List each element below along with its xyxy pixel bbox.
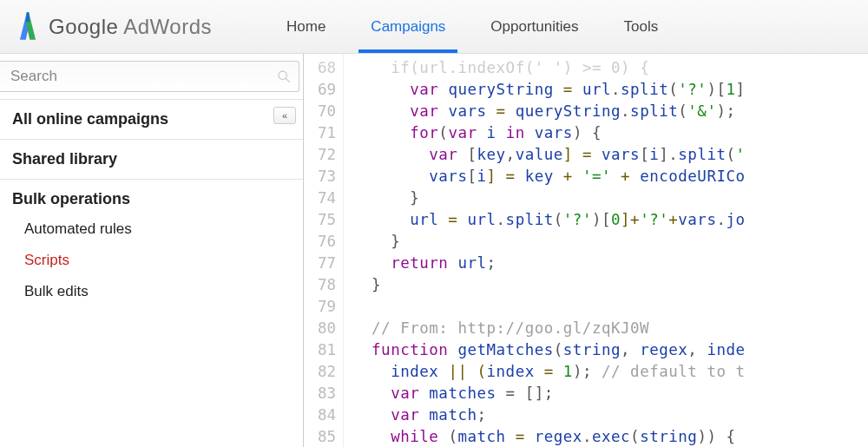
nav-item-campaigns[interactable]: Campaigns xyxy=(348,0,468,53)
code-line[interactable]: } xyxy=(352,274,868,296)
code-line[interactable]: for(var i in vars) { xyxy=(352,122,868,144)
line-number: 82 xyxy=(304,361,336,383)
nav-item-opportunities[interactable]: Opportunities xyxy=(468,0,601,53)
line-number: 78 xyxy=(304,274,336,296)
sidebar-item-automated-rules[interactable]: Automated rules xyxy=(24,214,291,245)
line-number: 73 xyxy=(304,166,336,187)
line-number-gutter: 686970717273747576777879808182838485 xyxy=(304,54,344,447)
line-number: 81 xyxy=(304,339,336,361)
line-number: 83 xyxy=(304,383,336,404)
search-wrap xyxy=(0,54,303,100)
line-number: 77 xyxy=(304,253,336,274)
code-line[interactable]: } xyxy=(352,187,868,209)
code-line[interactable]: } xyxy=(352,231,868,253)
code-line[interactable]: index || (index = 1); // default to t xyxy=(352,361,868,383)
nav-item-home[interactable]: Home xyxy=(264,0,348,53)
top-header: Google AdWords HomeCampaignsOpportunitie… xyxy=(0,0,868,54)
code-line[interactable]: return url; xyxy=(352,253,868,274)
line-number: 70 xyxy=(304,101,336,122)
adwords-logo-icon xyxy=(16,12,40,42)
line-number: 79 xyxy=(304,296,336,318)
code-line[interactable]: var [key,value] = vars[i].split(' xyxy=(352,144,868,166)
sidebar-bulk-operations: Bulk operations Automated rulesScriptsBu… xyxy=(0,180,303,318)
line-number: 71 xyxy=(304,122,336,144)
nav-item-tools[interactable]: Tools xyxy=(601,0,681,53)
code-line[interactable]: vars[i] = key + '=' + encodeURICo xyxy=(352,166,868,187)
sidebar-collapse-button[interactable]: « xyxy=(273,107,296,124)
code-line[interactable]: while (match = regex.exec(string)) { xyxy=(352,426,868,447)
code-line[interactable]: url = url.split('?')[0]+'?'+vars.jo xyxy=(352,209,868,231)
sidebar-all-campaigns[interactable]: All online campaigns « xyxy=(0,100,303,140)
line-number: 85 xyxy=(304,426,336,447)
line-number: 76 xyxy=(304,231,336,253)
code-line[interactable] xyxy=(352,296,868,318)
line-number: 84 xyxy=(304,404,336,426)
line-number: 72 xyxy=(304,144,336,166)
sidebar-shared-library[interactable]: Shared library xyxy=(0,140,303,180)
svg-line-1 xyxy=(286,78,290,82)
sidebar-all-campaigns-label: All online campaigns xyxy=(12,110,291,128)
code-line[interactable]: var matches = []; xyxy=(352,383,868,404)
top-nav: HomeCampaignsOpportunitiesTools xyxy=(264,0,681,53)
search-icon xyxy=(277,69,291,83)
sidebar-shared-library-label: Shared library xyxy=(12,150,291,168)
search-input[interactable] xyxy=(0,61,299,92)
line-number: 74 xyxy=(304,187,336,209)
code-editor[interactable]: 686970717273747576777879808182838485 if(… xyxy=(304,54,868,447)
sidebar: All online campaigns « Shared library Bu… xyxy=(0,54,304,447)
sidebar-item-scripts[interactable]: Scripts xyxy=(24,245,291,276)
line-number: 75 xyxy=(304,209,336,231)
brand-logo: Google AdWords xyxy=(16,12,212,42)
code-line[interactable]: var queryString = url.split('?')[1] xyxy=(352,79,868,101)
code-content[interactable]: if(url.indexOf(' ') >= 0) { var queryStr… xyxy=(344,54,868,447)
code-line[interactable]: if(url.indexOf(' ') >= 0) { xyxy=(352,57,868,79)
code-line[interactable]: var vars = queryString.split('&'); xyxy=(352,101,868,122)
sidebar-item-bulk-edits[interactable]: Bulk edits xyxy=(24,276,291,307)
sidebar-bulk-ops-title: Bulk operations xyxy=(12,190,291,208)
brand-text: Google AdWords xyxy=(49,15,212,39)
line-number: 69 xyxy=(304,79,336,101)
svg-point-0 xyxy=(279,71,286,79)
line-number: 68 xyxy=(304,57,336,79)
line-number: 80 xyxy=(304,318,336,339)
code-line[interactable]: var match; xyxy=(352,404,868,426)
code-line[interactable]: // From: http://goo.gl/zqKJ0W xyxy=(352,318,868,339)
code-line[interactable]: function getMatches(string, regex, inde xyxy=(352,339,868,361)
